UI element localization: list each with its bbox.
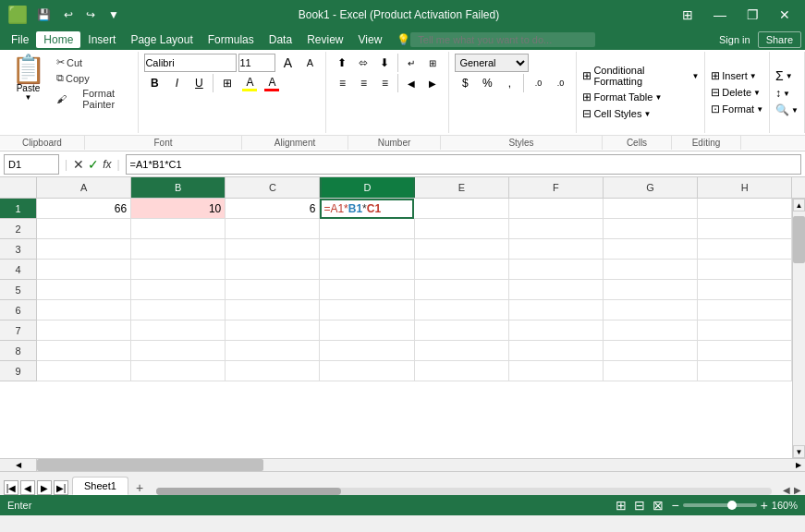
sheet-next-button[interactable]: ▶ [37, 480, 52, 495]
row-header-4[interactable]: 4 [0, 260, 37, 280]
cell-h3[interactable] [698, 239, 792, 260]
decrease-decimal-button[interactable]: .0 [550, 74, 570, 92]
zoom-in-button[interactable]: + [761, 498, 768, 513]
zoom-thumb[interactable] [727, 501, 737, 510]
cell-b1[interactable]: 10 [131, 199, 226, 219]
cell-a3[interactable] [37, 239, 131, 260]
share-button[interactable]: Share [758, 31, 801, 48]
menu-insert[interactable]: Insert [80, 31, 123, 48]
cell-a8[interactable] [37, 341, 131, 361]
cell-e6[interactable] [415, 300, 509, 320]
cell-e8[interactable] [415, 341, 509, 361]
formula-input[interactable] [126, 154, 801, 175]
cell-c9[interactable] [226, 361, 320, 381]
cell-g7[interactable] [604, 320, 698, 341]
menu-page-layout[interactable]: Page Layout [123, 31, 200, 48]
cell-d6[interactable] [320, 300, 414, 320]
menu-data[interactable]: Data [262, 31, 299, 48]
sheet-first-button[interactable]: |◀ [4, 480, 18, 495]
cell-a7[interactable] [37, 320, 131, 341]
menu-review[interactable]: Review [299, 31, 350, 48]
scroll-track-vertical[interactable] [793, 212, 805, 445]
format-painter-button[interactable]: 🖌 Format Painter [53, 87, 132, 111]
wrap-text-button[interactable]: ↵ [401, 54, 421, 72]
sheet-last-button[interactable]: ▶| [54, 480, 68, 495]
cell-c7[interactable] [226, 320, 320, 341]
align-center-button[interactable]: ≡ [353, 74, 373, 92]
cell-f6[interactable] [509, 300, 604, 320]
format-cells-button[interactable]: ⊡ Format ▼ [711, 103, 763, 115]
vertical-scrollbar[interactable]: ▲ ▼ [792, 199, 805, 458]
menu-file[interactable]: File [4, 31, 36, 48]
cell-c2[interactable] [226, 219, 320, 239]
decrease-indent-button[interactable]: ◀ [401, 74, 421, 92]
cell-e2[interactable] [415, 219, 509, 239]
search-input[interactable] [410, 32, 595, 47]
tab-scroll-right[interactable]: ▶ [794, 485, 801, 495]
col-header-h[interactable]: H [698, 177, 792, 198]
cell-e1[interactable] [414, 199, 508, 219]
sign-in-link[interactable]: Sign in [719, 34, 750, 45]
confirm-formula-button[interactable]: ✓ [88, 157, 99, 172]
cell-g6[interactable] [604, 300, 698, 320]
zoom-out-button[interactable]: − [671, 498, 678, 513]
cell-h4[interactable] [698, 260, 792, 280]
cell-h9[interactable] [698, 361, 792, 381]
cell-b8[interactable] [131, 341, 226, 361]
border-button[interactable]: ⊞ [217, 74, 238, 92]
align-top-button[interactable]: ⬆ [332, 54, 352, 72]
sort-filter-button[interactable]: ↕ ▼ [775, 87, 799, 100]
normal-view-button[interactable]: ⊞ [616, 498, 627, 513]
scroll-up-button[interactable]: ▲ [793, 199, 805, 212]
delete-cells-button[interactable]: ⊟ Delete ▼ [711, 86, 763, 99]
cell-a5[interactable] [37, 280, 131, 300]
cell-g5[interactable] [604, 280, 698, 300]
cell-b6[interactable] [131, 300, 226, 320]
cell-d9[interactable] [320, 361, 414, 381]
cell-e4[interactable] [415, 260, 509, 280]
cell-g8[interactable] [604, 341, 698, 361]
zoom-track[interactable] [683, 503, 757, 507]
cell-a2[interactable] [37, 219, 131, 239]
add-sheet-button[interactable]: + [130, 480, 149, 495]
cell-e9[interactable] [415, 361, 509, 381]
cell-f9[interactable] [509, 361, 604, 381]
cell-g4[interactable] [604, 260, 698, 280]
cell-d1[interactable]: =A1*B1*C1 [320, 199, 414, 219]
fill-color-button[interactable]: A [239, 74, 260, 92]
number-format-select[interactable]: General Number Currency Date [455, 54, 529, 72]
cell-b5[interactable] [131, 280, 226, 300]
cell-e5[interactable] [415, 280, 509, 300]
cell-h6[interactable] [698, 300, 792, 320]
cell-h1[interactable] [698, 199, 792, 219]
cell-styles-button[interactable]: ⊟ Cell Styles ▼ [582, 107, 699, 120]
col-header-c[interactable]: C [226, 177, 320, 198]
menu-home[interactable]: Home [36, 31, 80, 48]
cell-a1[interactable]: 66 [37, 199, 131, 219]
cancel-formula-button[interactable]: ✕ [73, 157, 84, 172]
row-header-7[interactable]: 7 [0, 320, 37, 341]
increase-indent-button[interactable]: ▶ [422, 74, 443, 92]
scroll-thumb-vertical[interactable] [793, 216, 805, 263]
row-header-1[interactable]: 1 [0, 199, 37, 219]
cell-c5[interactable] [226, 280, 320, 300]
page-layout-view-button[interactable]: ⊟ [634, 498, 645, 513]
col-header-e[interactable]: E [415, 177, 509, 198]
sheet-tab-sheet1[interactable]: Sheet1 [72, 477, 128, 495]
cell-e3[interactable] [415, 239, 509, 260]
cell-g1[interactable] [604, 199, 698, 219]
paste-button[interactable]: 📋 Paste ▼ [6, 54, 51, 103]
close-button[interactable]: ✕ [772, 4, 798, 26]
page-break-view-button[interactable]: ⊠ [653, 498, 664, 513]
tab-scroll-thumb[interactable] [156, 488, 341, 495]
autosum-button[interactable]: Σ ▼ [775, 68, 799, 83]
dollar-button[interactable]: $ [455, 74, 475, 92]
redo-button[interactable]: ↪ [82, 6, 99, 23]
cell-a9[interactable] [37, 361, 131, 381]
align-left-button[interactable]: ≡ [332, 74, 352, 92]
row-header-2[interactable]: 2 [0, 219, 37, 239]
cut-button[interactable]: ✂ Cut [53, 55, 132, 69]
cell-d2[interactable] [320, 219, 414, 239]
cell-f4[interactable] [509, 260, 604, 280]
cell-b7[interactable] [131, 320, 226, 341]
